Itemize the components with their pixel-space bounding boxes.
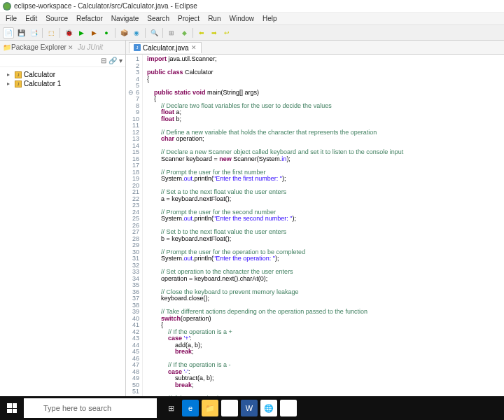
close-icon[interactable]: ✕ (191, 44, 197, 51)
eclipse-taskbar-icon[interactable]: ◐ (280, 400, 297, 416)
menu-run[interactable]: Run (204, 13, 225, 24)
project-icon: J (15, 71, 22, 78)
last-edit-icon[interactable]: ↩ (221, 27, 232, 38)
menu-edit[interactable]: Edit (21, 13, 41, 24)
view-menu-icon[interactable]: ▾ (119, 57, 122, 64)
junit-tab-dim[interactable]: Ju JUnit (78, 43, 103, 51)
toggle-mark-icon[interactable]: ⊞ (166, 27, 177, 38)
editor-area: J Calculator.java ✕ 1 2 3 4 5 ⊖ 6 7 8 9 … (126, 41, 504, 396)
menu-search[interactable]: Search (143, 13, 174, 24)
project-icon: J (15, 80, 22, 88)
new-package-icon[interactable]: 📦 (118, 27, 130, 38)
save-all-icon[interactable]: 📑 (28, 27, 39, 38)
back-icon[interactable]: ⬅ (196, 27, 207, 38)
close-icon[interactable]: ✕ (68, 44, 74, 51)
open-type-icon[interactable]: ⬚ (46, 27, 57, 38)
task-view-icon[interactable]: ⊞ (162, 400, 179, 416)
new-class-icon[interactable]: ◉ (131, 27, 142, 38)
coverage-icon[interactable]: ▶ (88, 27, 99, 38)
explorer-icon[interactable]: 📁 (202, 400, 218, 416)
debug-icon[interactable]: 🐞 (63, 27, 74, 38)
project-label: Calculator (24, 71, 55, 78)
project-calculator[interactable]: ▸JCalculator (1, 70, 124, 79)
collapse-all-icon[interactable]: ⊟ (101, 57, 106, 64)
window-titlebar: eclipse-workspace - Calculator/src/Calcu… (0, 0, 504, 13)
line-gutter: 1 2 3 4 5 ⊖ 6 7 8 9 10 11 12 13 14 15 16… (126, 55, 143, 396)
menu-bar: FileEditSourceRefactorNavigateSearchProj… (0, 13, 504, 25)
menu-project[interactable]: Project (174, 13, 204, 24)
taskbar-icons: ⊞ e 📁 🛍 W 🌐 ◐ (162, 400, 297, 416)
menu-file[interactable]: File (1, 13, 21, 24)
folder-icon: 📁 (3, 43, 11, 51)
store-icon[interactable]: 🛍 (221, 400, 238, 416)
new-icon[interactable]: 📄 (3, 27, 14, 38)
chrome-icon[interactable]: 🌐 (260, 400, 277, 416)
run-last-icon[interactable]: ● (101, 27, 112, 38)
tab-label: Package Explorer (11, 43, 66, 51)
search-placeholder: Type here to search (43, 404, 111, 412)
search-icon[interactable]: 🔍 (148, 27, 160, 38)
link-editor-icon[interactable]: 🔗 (108, 57, 117, 64)
code-editor[interactable]: 1 2 3 4 5 ⊖ 6 7 8 9 10 11 12 13 14 15 16… (126, 55, 504, 396)
editor-tab-calculator[interactable]: J Calculator.java ✕ (129, 42, 202, 53)
main-area: 📁 Package Explorer ✕ Ju JUnit ⊟ 🔗 ▾ ▸JCa… (0, 41, 504, 396)
project-calculator-1[interactable]: ▸JCalculator 1 (1, 79, 124, 88)
main-toolbar: 📄 💾 📑 ⬚ 🐞 ▶ ▶ ● 📦 ◉ 🔍 ⊞ ◆ ⬅ ➡ ↩ (0, 25, 504, 41)
editor-tabstrip: J Calculator.java ✕ (126, 41, 504, 55)
eclipse-icon (3, 2, 11, 10)
package-explorer-tab[interactable]: 📁 Package Explorer ✕ Ju JUnit (0, 41, 125, 55)
project-label: Calculator 1 (24, 80, 61, 88)
menu-navigate[interactable]: Navigate (107, 13, 143, 24)
run-icon[interactable]: ▶ (76, 27, 87, 38)
java-file-icon: J (134, 44, 141, 51)
menu-window[interactable]: Window (225, 13, 258, 24)
save-icon[interactable]: 💾 (15, 27, 27, 38)
expand-icon[interactable]: ▸ (7, 80, 13, 87)
edge-icon[interactable]: e (182, 400, 199, 416)
menu-refactor[interactable]: Refactor (72, 13, 107, 24)
expand-icon[interactable]: ▸ (7, 71, 13, 78)
start-button[interactable] (0, 396, 24, 420)
menu-source[interactable]: Source (41, 13, 72, 24)
menu-help[interactable]: Help (258, 13, 281, 24)
sidebar: 📁 Package Explorer ✕ Ju JUnit ⊟ 🔗 ▾ ▸JCa… (0, 41, 126, 396)
word-icon[interactable]: W (241, 400, 258, 416)
editor-tab-label: Calculator.java (143, 44, 189, 52)
window-title: eclipse-workspace - Calculator/src/Calcu… (14, 2, 197, 10)
forward-icon[interactable]: ➡ (209, 27, 220, 38)
cortana-icon (29, 403, 39, 413)
taskbar-search[interactable]: Type here to search (24, 398, 157, 418)
project-tree: ▸JCalculator▸JCalculator 1 (0, 67, 125, 91)
code-content[interactable]: import java.util.Scanner; public class C… (143, 55, 504, 396)
sidebar-toolbar: ⊟ 🔗 ▾ (0, 55, 125, 67)
annotation-icon[interactable]: ◆ (178, 27, 190, 38)
windows-logo-icon (7, 403, 17, 413)
windows-taskbar: Type here to search ⊞ e 📁 🛍 W 🌐 ◐ (0, 396, 504, 420)
